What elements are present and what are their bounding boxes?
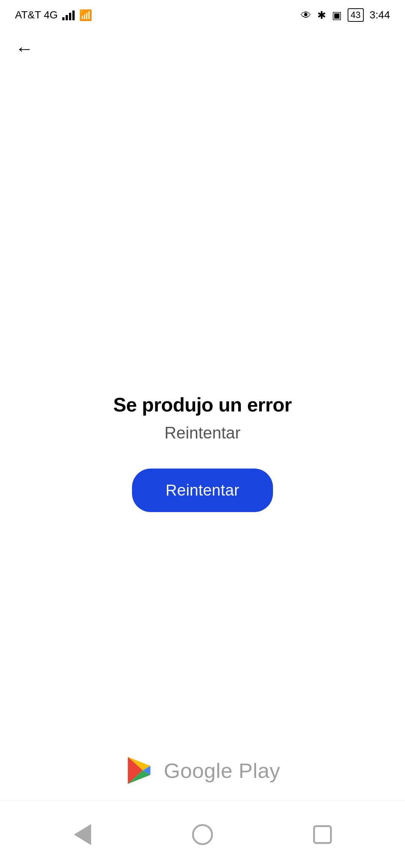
bluetooth-icon: ✱: [317, 9, 326, 21]
signal-icon: [62, 10, 75, 20]
back-arrow-icon: ←: [15, 40, 33, 58]
status-bar: AT&T 4G 📶 👁 ✱ ▣ 43 3:44: [0, 0, 405, 30]
error-title: Se produjo un error: [113, 393, 292, 416]
toolbar: ←: [0, 30, 405, 68]
vibrate-icon: ▣: [332, 9, 342, 21]
back-button[interactable]: ←: [11, 36, 38, 62]
time-display: 3:44: [370, 9, 390, 21]
status-right: 👁 ✱ ▣ 43 3:44: [301, 8, 390, 22]
main-content: Se produjo un error Reintentar Reintenta…: [0, 68, 405, 763]
google-play-logo-icon: [125, 755, 155, 785]
status-left: AT&T 4G 📶: [15, 9, 92, 21]
retry-button[interactable]: Reintentar: [132, 469, 273, 512]
nav-home-icon: [192, 824, 213, 845]
nav-home-button[interactable]: [189, 821, 216, 848]
nav-recents-button[interactable]: [309, 821, 336, 848]
wifi-icon: 📶: [79, 9, 92, 21]
nav-back-icon: [74, 824, 91, 845]
eye-icon: 👁: [301, 9, 311, 21]
battery-level: 43: [351, 10, 361, 20]
nav-recents-icon: [313, 825, 332, 844]
battery-indicator: 43: [348, 8, 364, 22]
error-section: Se produjo un error Reintentar Reintenta…: [113, 393, 292, 512]
nav-back-button[interactable]: [69, 821, 96, 848]
navigation-bar: [0, 800, 405, 868]
bottom-branding: Google Play: [0, 755, 405, 785]
carrier-text: AT&T 4G: [15, 9, 58, 21]
google-play-text: Google Play: [164, 758, 280, 783]
error-subtitle: Reintentar: [164, 423, 240, 442]
